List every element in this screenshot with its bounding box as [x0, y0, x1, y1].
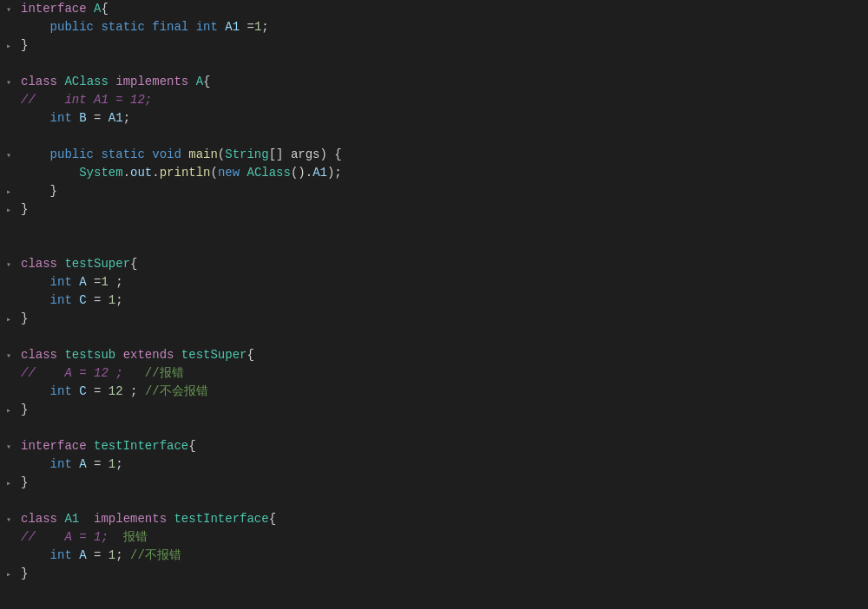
- token: {: [101, 0, 108, 18]
- gutter-line-12: ▸: [0, 200, 17, 219]
- token: A = 1;: [64, 528, 122, 547]
- token: final: [152, 18, 195, 36]
- token: testInterface: [94, 437, 188, 455]
- token: //: [21, 528, 64, 547]
- token: {: [188, 437, 195, 455]
- token: =: [94, 383, 108, 401]
- code-line-7: int B = A1;: [17, 109, 868, 128]
- code-area: interface A{ public static final int A1 …: [17, 0, 868, 609]
- token: ;: [108, 273, 123, 291]
- token: [21, 547, 50, 565]
- code-line-14: [17, 237, 868, 255]
- token: A: [196, 73, 203, 91]
- token: //: [21, 364, 64, 383]
- token: A: [94, 0, 101, 18]
- gutter-line-20[interactable]: ▾: [0, 346, 17, 364]
- token: C: [79, 383, 94, 401]
- token: int: [50, 547, 80, 565]
- token: //报错: [145, 364, 184, 383]
- token: ;: [115, 547, 130, 565]
- token: }: [21, 474, 28, 492]
- token: [] args) {: [269, 146, 342, 164]
- token: int: [50, 273, 80, 291]
- token: static: [101, 18, 152, 36]
- token: [21, 455, 50, 474]
- code-line-25: interface testInterface{: [17, 437, 868, 455]
- gutter-line-18: ▸: [0, 310, 17, 328]
- code-line-16: int A =1 ;: [17, 273, 868, 291]
- token: class: [21, 255, 64, 273]
- token: =: [247, 18, 253, 36]
- token: //不报错: [130, 547, 181, 565]
- token: A = 12 ;: [64, 364, 144, 383]
- code-line-19: [17, 328, 868, 346]
- token: int: [50, 383, 80, 401]
- token: C: [79, 291, 94, 310]
- gutter-line-17: [0, 291, 17, 310]
- token: }: [21, 36, 28, 55]
- token: 1: [108, 291, 115, 310]
- gutter-line-25[interactable]: ▾: [0, 437, 17, 455]
- token: =: [94, 455, 108, 474]
- token: new: [218, 164, 247, 182]
- token: static: [101, 146, 152, 164]
- code-line-21: // A = 12 ; //报错: [17, 364, 868, 383]
- code-line-24: [17, 419, 868, 437]
- token: }: [21, 565, 28, 583]
- gutter-line-15[interactable]: ▾: [0, 255, 17, 273]
- code-line-2: public static final int A1 =1;: [17, 18, 868, 36]
- token: =: [94, 109, 108, 128]
- token: }: [21, 200, 28, 219]
- gutter-line-23: ▸: [0, 401, 17, 419]
- code-line-17: int C = 1;: [17, 291, 868, 310]
- code-line-26: int A = 1;: [17, 455, 868, 474]
- token: extends: [123, 346, 181, 364]
- gutter-line-3: ▸: [0, 36, 17, 55]
- gutter-line-1[interactable]: ▾: [0, 0, 17, 18]
- token: B: [79, 109, 94, 128]
- gutter-line-29[interactable]: ▾: [0, 510, 17, 528]
- code-line-4: [17, 55, 868, 73]
- token: A1: [64, 510, 94, 528]
- gutter-line-9[interactable]: ▾: [0, 146, 17, 164]
- gutter-line-4: [0, 55, 17, 73]
- token: println: [160, 164, 211, 182]
- code-line-30: // A = 1; 报错: [17, 528, 868, 547]
- gutter-line-14: [0, 237, 17, 255]
- gutter-line-21: [0, 364, 17, 383]
- token: .: [123, 164, 130, 182]
- gutter-line-13: [0, 219, 17, 237]
- token: out: [130, 164, 152, 182]
- gutter-line-26: [0, 455, 17, 474]
- code-line-18: }: [17, 310, 868, 328]
- token: A: [79, 547, 94, 565]
- code-line-11: }: [17, 182, 868, 200]
- token: ;: [123, 109, 130, 128]
- gutter-line-19: [0, 328, 17, 346]
- code-line-23: }: [17, 401, 868, 419]
- token: A1: [312, 164, 327, 182]
- token: AClass: [64, 73, 115, 91]
- token: );: [327, 164, 342, 182]
- token: int A1 = 12;: [64, 91, 152, 109]
- token: }: [21, 401, 28, 419]
- gutter-line-5[interactable]: ▾: [0, 73, 17, 91]
- token: =: [94, 547, 108, 565]
- token: ().: [291, 164, 312, 182]
- token: }: [21, 182, 57, 200]
- code-line-3: }: [17, 36, 868, 55]
- token: A1: [225, 18, 247, 36]
- token: ;: [115, 455, 122, 474]
- code-line-12: }: [17, 200, 868, 219]
- token: {: [269, 510, 276, 528]
- token: 1: [254, 18, 261, 36]
- token: //不会报错: [145, 383, 208, 401]
- token: int: [196, 18, 226, 36]
- gutter-line-10: [0, 164, 17, 182]
- token: ;: [115, 291, 122, 310]
- token: testsub: [64, 346, 122, 364]
- gutter-line-7: [0, 109, 17, 128]
- token: String: [225, 146, 268, 164]
- token: [21, 109, 50, 128]
- gutter-line-30: [0, 528, 17, 547]
